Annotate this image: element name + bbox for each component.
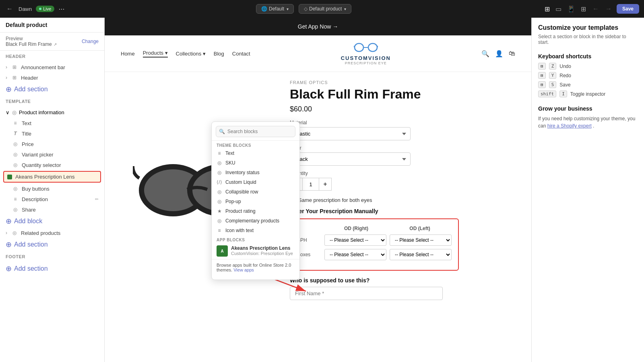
block-item-popup[interactable]: ◎ Pop-up <box>212 197 299 206</box>
kbd-cmd-y: ⊞ <box>538 72 546 79</box>
sidebar-item-price[interactable]: ◎ Price <box>0 139 104 149</box>
preview-label: Preview <box>6 36 57 41</box>
hire-shopify-expert-link[interactable]: hire a Shopify expert <box>547 123 592 129</box>
sph-label: SPH <box>297 237 321 243</box>
logo-text: CUSTOMVISION <box>341 55 391 61</box>
sph-left-select[interactable]: -- Please Select -- <box>390 234 452 246</box>
header-section: Header <box>0 51 104 62</box>
save-button[interactable]: Save <box>617 4 639 14</box>
default-button[interactable]: 🌐 Default ▾ <box>256 4 294 14</box>
boxes-left-select[interactable]: -- Please Select -- <box>390 249 452 260</box>
left-sidebar: Default product Preview Black Full Rim F… <box>0 18 105 362</box>
add-block-button[interactable]: ⊕ Add block <box>0 215 104 228</box>
sidebar-product-title: Default product <box>6 22 99 28</box>
kbd-z-key: Z <box>549 63 557 70</box>
kbd-shift: shift <box>538 90 556 97</box>
sidebar-item-description[interactable]: ≡ Description ✏ <box>0 194 104 204</box>
first-name-input[interactable] <box>290 287 443 300</box>
blocks-footer: Browse apps built for Online Store 2.0 t… <box>212 259 299 276</box>
boxes-right-select[interactable]: -- Please Select -- <box>324 249 386 260</box>
sidebar-item-text[interactable]: ≡ Text <box>0 118 104 128</box>
search-blocks-input[interactable] <box>216 126 295 137</box>
block-item-custom-liquid[interactable]: ⟨/⟩ Custom Liquid <box>212 177 299 187</box>
nav-products[interactable]: Products ▾ <box>143 50 168 58</box>
nav-contact[interactable]: Contact <box>232 51 250 57</box>
block-item-collapsible[interactable]: ◎ Collapsible row <box>212 187 299 197</box>
view-apps-link[interactable]: View apps <box>233 267 254 272</box>
account-icon[interactable]: 👤 <box>495 50 503 58</box>
who-label: Who is supposed to use this? <box>290 277 515 284</box>
redo-button[interactable]: → <box>604 4 613 14</box>
tablet-view-button[interactable]: ▭ <box>554 4 563 14</box>
prescription-header-row: OD (Right) OD (Left) <box>297 226 452 234</box>
cart-icon[interactable]: 🛍 <box>509 50 515 58</box>
block-item-complementary[interactable]: ◎ Complementary products <box>212 216 299 226</box>
blocks-search: 🔍 <box>212 126 299 141</box>
blocks-search-wrap: 🔍 <box>216 126 295 137</box>
undo-button[interactable]: ← <box>591 4 601 14</box>
block-item-inventory[interactable]: ◎ Inventory status <box>212 168 299 177</box>
main-layout: Default product Preview Black Full Rim F… <box>0 18 644 362</box>
top-bar-center: 🌐 Default ▾ ◇ Default product ▾ <box>69 4 538 14</box>
logo-sub: PRESCRIPTION EYE <box>345 61 387 65</box>
nav-collections[interactable]: Collections ▾ <box>176 51 206 57</box>
store-nav-links: Home Products ▾ Collections ▾ Blog Conta… <box>121 50 250 58</box>
block-item-sku[interactable]: ◎ SKU <box>212 158 299 168</box>
app-block-akeans-icon: A <box>217 245 228 257</box>
block-item-product-rating[interactable]: ★ Product rating <box>212 206 299 216</box>
blocks-dropdown: 🔍 THEME BLOCKS ≡ Text ◎ SKU ◎ Inventory … <box>211 121 300 280</box>
sidebar-item-buy-buttons[interactable]: ◎ Buy buttons <box>0 183 104 194</box>
desktop-view-button[interactable]: ⊞ <box>543 4 551 14</box>
sidebar-item-quantity-selector[interactable]: ◎ Quantity selector <box>0 160 104 170</box>
preview-value: Black Full Rim Frame ↗ <box>6 41 57 47</box>
sidebar-top: Default product <box>0 18 104 33</box>
more-button[interactable]: ··· <box>58 5 64 13</box>
search-icon[interactable]: 🔍 <box>481 50 489 58</box>
nav-blog[interactable]: Blog <box>214 51 224 57</box>
add-section-header-button[interactable]: ⊕ Add section <box>0 83 104 96</box>
shortcut-undo: ⊞ Z Undo <box>538 63 638 70</box>
app-block-akeans[interactable]: A Akeans Prescription Lens CustomVision:… <box>212 243 299 259</box>
prescription-section: OD (Right) OD (Left) SPH -- Please Selec… <box>290 218 459 271</box>
material-select[interactable]: Plastic <box>290 127 411 140</box>
block-complementary-icon: ◎ <box>217 218 222 224</box>
block-item-icon-text[interactable]: ≡ Icon with text <box>212 226 299 235</box>
theme-name: Dawn <box>19 6 32 12</box>
footer-section-title: Footer <box>6 254 99 259</box>
template-section: Template <box>0 96 104 107</box>
top-bar-left: ← Dawn Live ··· <box>5 4 64 14</box>
checkbox-row: Same prescription for both eyes <box>290 197 515 203</box>
block-inventory-icon: ◎ <box>217 170 222 175</box>
product-information-header[interactable]: ∨ ◎ Product information <box>0 107 104 118</box>
default-product-button[interactable]: ◇ Default product ▾ <box>299 4 351 14</box>
add-section-footer-button[interactable]: ⊕ Add section <box>0 262 104 275</box>
sidebar-item-variant-picker[interactable]: ◎ Variant picker <box>0 149 104 160</box>
announcement-bar: Get App Now → <box>105 18 531 35</box>
sidebar-item-header[interactable]: › ⊞ Header <box>0 72 104 83</box>
keyboard-shortcuts-section: Keyboard shortcuts ⊞ Z Undo ⊞ Y Redo ⊞ S… <box>538 53 638 97</box>
sidebar-item-related-products[interactable]: › ◎ Related products <box>0 228 104 238</box>
sidebar-item-announcement[interactable]: › ⊞ Announcement bar <box>0 62 104 72</box>
add-section-template-button[interactable]: ⊕ Add section <box>0 238 104 251</box>
block-icon-text-icon: ≡ <box>217 228 222 233</box>
app-block-name: Akeans Prescription Lens <box>231 245 293 251</box>
block-text-icon: ≡ <box>217 150 222 156</box>
canvas-area: Get App Now → Home Products ▾ Collection… <box>105 18 531 362</box>
nav-home[interactable]: Home <box>121 51 135 57</box>
color-select[interactable]: Black <box>290 152 411 166</box>
block-item-text[interactable]: ≡ Text <box>212 148 299 158</box>
sidebar-item-akeans[interactable]: Akeans Prescription Lens <box>3 171 101 183</box>
sidebar-item-share[interactable]: ◎ Share <box>0 204 104 215</box>
mobile-view-button[interactable]: 📱 <box>566 4 577 14</box>
back-button[interactable]: ← <box>5 4 14 14</box>
change-link[interactable]: Change <box>82 39 99 44</box>
sph-right-select[interactable]: -- Please Select -- <box>324 234 386 246</box>
boxes-label: Boxes <box>297 252 321 257</box>
shortcut-redo: ⊞ Y Redo <box>538 72 638 79</box>
theme-blocks-title: THEME BLOCKS <box>212 141 299 148</box>
kbd-z: ⊞ <box>538 63 546 70</box>
right-panel-title: Customize your templates <box>538 24 638 31</box>
quantity-increase-button[interactable]: + <box>319 178 332 191</box>
grid-view-button[interactable]: ⊞ <box>579 4 588 14</box>
sidebar-item-title[interactable]: T Title <box>0 128 104 139</box>
